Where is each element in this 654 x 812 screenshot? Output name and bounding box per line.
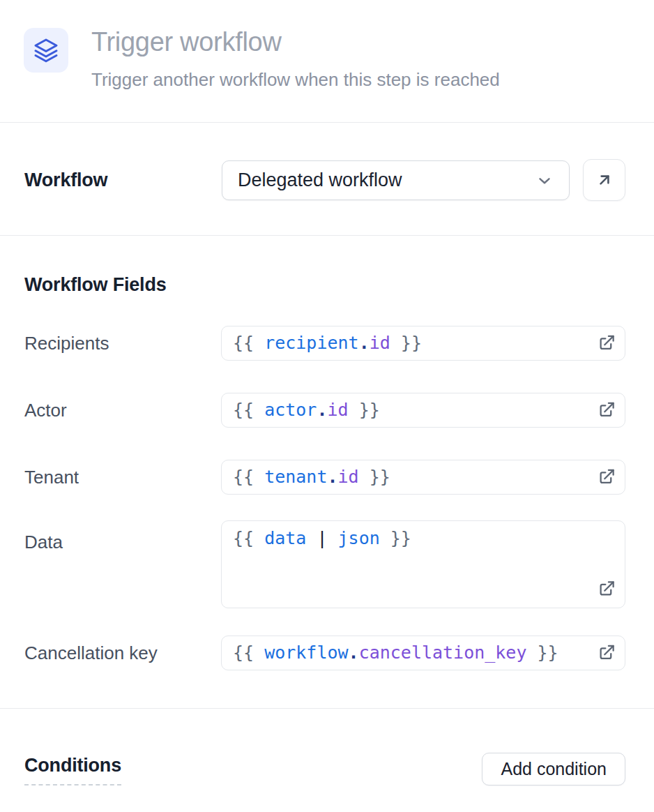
external-link-icon[interactable] (597, 644, 616, 663)
code-token-pipe: | (306, 528, 337, 548)
code-token-property: id (338, 467, 359, 487)
code-token-variable: data (264, 528, 306, 548)
workflow-fields-heading: Workflow Fields (24, 274, 167, 296)
data-input[interactable]: {{ data | json }} (221, 520, 625, 608)
workflow-select[interactable]: Delegated workflow (222, 160, 570, 200)
code-token-dot: . (327, 467, 337, 487)
external-link-icon[interactable] (597, 468, 616, 487)
code-token-variable: json (338, 528, 380, 548)
field-label: Tenant (24, 460, 79, 495)
field-label: Recipients (24, 326, 109, 361)
code-token-brace: {{ (233, 400, 264, 420)
arrow-up-right-icon (595, 171, 614, 189)
open-workflow-button[interactable] (583, 159, 625, 201)
code-token-dot: . (317, 400, 327, 420)
external-link-icon[interactable] (597, 401, 616, 420)
layers-icon (33, 38, 59, 63)
external-link-icon[interactable] (597, 580, 616, 599)
code-token-dot: . (349, 642, 359, 663)
step-icon-box (24, 28, 68, 73)
code-token-brace: {{ (233, 528, 264, 548)
actor-input[interactable]: {{ actor.id }} (221, 393, 625, 428)
code-token-dot: . (359, 333, 370, 353)
code-token-variable: tenant (264, 467, 327, 487)
code-token-brace: {{ (233, 467, 264, 487)
code-token-property: id (370, 333, 390, 353)
code-token-brace: }} (390, 333, 422, 353)
code-value: {{ recipient.id }} (233, 326, 422, 360)
chevron-down-icon (535, 172, 554, 190)
code-token-variable: recipient (264, 333, 358, 353)
code-token-brace: {{ (233, 333, 264, 353)
divider (0, 235, 654, 236)
code-token-brace: }} (349, 400, 380, 420)
code-token-property: id (327, 400, 348, 420)
code-token-variable: workflow (264, 642, 348, 663)
code-value: {{ actor.id }} (233, 393, 380, 427)
recipients-input[interactable]: {{ recipient.id }} (221, 326, 625, 361)
code-value: {{ data | json }} (233, 527, 411, 550)
divider (0, 122, 654, 123)
tenant-input[interactable]: {{ tenant.id }} (221, 460, 625, 495)
field-label: Data (24, 533, 63, 568)
page-subtitle: Trigger another workflow when this step … (91, 69, 500, 90)
conditions-heading-text: Conditions (24, 755, 121, 785)
code-value: {{ tenant.id }} (233, 460, 390, 494)
trigger-workflow-panel: Trigger workflow Trigger another workflo… (0, 0, 654, 812)
code-value: {{ workflow.cancellation_key }} (233, 636, 558, 670)
field-label: Cancellation key (24, 636, 158, 670)
workflow-select-value: Delegated workflow (238, 170, 535, 191)
divider (0, 708, 654, 709)
conditions-heading: Conditions (24, 755, 121, 785)
workflow-select-label: Workflow (24, 160, 107, 200)
cancellation-key-input[interactable]: {{ workflow.cancellation_key }} (221, 636, 625, 670)
code-token-variable: actor (264, 400, 317, 420)
code-token-property: cancellation_key (359, 642, 527, 663)
external-link-icon[interactable] (597, 334, 616, 353)
field-label: Actor (24, 393, 67, 428)
code-token-brace: }} (359, 467, 390, 487)
code-token-brace: }} (380, 528, 411, 548)
page-title: Trigger workflow (91, 27, 282, 57)
code-token-brace: {{ (233, 642, 264, 663)
code-token-brace: }} (526, 642, 558, 663)
add-condition-button[interactable]: Add condition (482, 753, 625, 785)
